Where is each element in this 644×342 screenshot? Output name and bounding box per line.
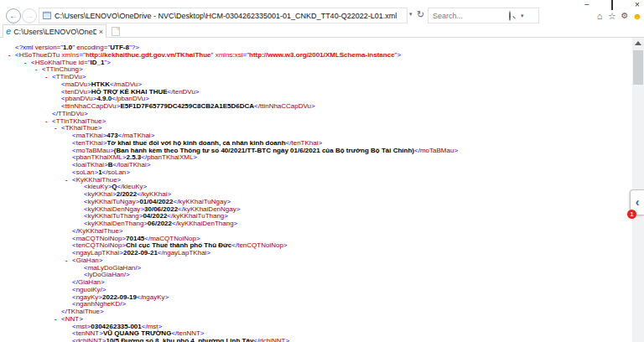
xml-token: maDVu (116, 80, 138, 88)
xml-token: http://kekhaithue.gdt.gov.vn/TKhaiThue (86, 51, 211, 59)
xml-token: =" (243, 51, 250, 59)
xml-token: kyKKhai (88, 190, 112, 198)
xml-token: > (145, 95, 149, 102)
xml-token: > (147, 161, 151, 168)
xml-token: HSoThueDTu (19, 51, 60, 59)
xml-token: > (98, 124, 102, 132)
maximize-button[interactable] (604, 0, 621, 11)
new-tab-button[interactable] (112, 27, 120, 36)
search-placeholder: Search... (433, 12, 463, 20)
xml-token: </ (102, 168, 108, 176)
collapse-marker[interactable]: - (35, 66, 42, 74)
xml-token: 2022-09-21 (123, 249, 158, 256)
xml-token: > (311, 102, 315, 110)
xml-token: > (79, 65, 83, 73)
xml-token: kyKKhaiDenNgay (184, 205, 236, 213)
xml-token: mst (148, 323, 158, 330)
xml-line: -<TTinChung> (0, 66, 632, 74)
scroll-up-button[interactable] (632, 38, 644, 49)
xml-token: > (165, 293, 169, 301)
xml-token: UTF-8 (110, 44, 129, 51)
scrollbar-thumb[interactable] (633, 50, 643, 85)
address-dropdown-icon[interactable]: ▾ (409, 11, 413, 18)
xml-token: 2.5.3 (127, 153, 142, 161)
xml-token: mst (76, 323, 87, 330)
minimize-button[interactable]: − (579, 0, 595, 11)
collapse-marker[interactable]: - (24, 60, 31, 67)
back-button[interactable]: ← (6, 8, 21, 23)
xml-token: 10/5 Đường số 8, khu phố 4, phường Linh … (106, 337, 253, 342)
xml-token: ngayKy (143, 293, 165, 301)
notification-flyout[interactable]: ‹ 1 (630, 189, 644, 215)
xml-token: /> (135, 264, 141, 272)
scroll-up-icon (635, 41, 641, 45)
home-button[interactable]: ⌂ (594, 10, 605, 22)
forward-button[interactable]: → (22, 8, 37, 23)
xml-token: > (283, 241, 288, 249)
xml-token: TKhaiThue (65, 124, 98, 132)
xml-token: > (138, 80, 142, 88)
xml-token: soLan (76, 168, 95, 176)
xml-token: > (196, 235, 200, 242)
xml-token: ngayLapTKhai (164, 249, 207, 256)
chevron-left-icon: ‹ (636, 195, 640, 209)
favorites-button[interactable]: ☆ (606, 10, 618, 22)
xml-token: pbanDVu (65, 95, 93, 102)
collapse-marker[interactable]: - (45, 74, 52, 81)
xml-token: maTKhai (76, 132, 103, 139)
collapse-marker[interactable]: - (55, 125, 61, 132)
xml-token: </ (61, 308, 67, 315)
xml-token: maTKhai (124, 132, 151, 139)
xml-token: http://www.w3.org/2001/XMLSchema-instanc… (249, 51, 395, 59)
xml-token: kyKKhai (143, 190, 167, 198)
search-icon[interactable] (509, 12, 515, 18)
xml-token: </ (172, 220, 178, 227)
xml-token: =" (79, 51, 86, 59)
search-dropdown-icon[interactable]: ▾ (521, 13, 524, 19)
xml-token: =" (57, 44, 64, 51)
xml-token: 2022-09-19 (102, 293, 137, 301)
xml-token: HỖ TRỢ KÊ KHAI THUẾ (91, 88, 168, 96)
xml-token: </ (178, 205, 184, 213)
xml-token: /> (124, 271, 130, 278)
collapse-marker[interactable]: - (55, 316, 61, 324)
xml-token: maLyDoGiaHan (88, 264, 136, 272)
collapse-marker[interactable]: - (65, 177, 72, 184)
feedback-button[interactable]: ☻ (631, 10, 643, 22)
ie-logo-icon: e (6, 27, 11, 36)
maximize-icon (611, 0, 613, 10)
collapse-marker[interactable]: - (45, 118, 52, 126)
xml-token: encoding (75, 44, 104, 51)
xml-token: > (79, 315, 83, 323)
collapse-marker[interactable]: - (65, 257, 72, 265)
xml-token: > (99, 256, 103, 264)
xml-token: > (397, 51, 401, 59)
settings-button[interactable]: ⚙ (619, 10, 631, 22)
xml-token: </ (137, 293, 143, 301)
xml-token: > (206, 249, 210, 256)
xml-token: 473 (106, 132, 117, 139)
xml-token: kieuKy (123, 183, 143, 190)
xml-token: > (101, 278, 105, 286)
xml-token: > (126, 168, 130, 176)
browser-tab[interactable]: e C:\Users\LENOVO\OneDriv... × (3, 24, 106, 38)
xml-line: <ttinNhaCCapDVu>E5F1D7F65779DC4259C8CB2A… (0, 103, 632, 111)
search-input[interactable]: Search... ▾ (428, 8, 539, 23)
close-window-button[interactable]: × (629, 0, 644, 11)
xml-token: (Ban hành kèm theo Thông tư số 40/2021/T… (114, 147, 414, 154)
tab-close-icon[interactable]: × (99, 28, 103, 36)
xml-token: 4.9.0 (96, 95, 112, 102)
xml-line: </TKhaiThue> (0, 308, 632, 316)
xml-token: </ (117, 183, 123, 190)
gear-icon: ⚙ (621, 11, 629, 20)
xml-token: TTinChung (46, 65, 79, 73)
xml-token: VŨ QUANG TRƯỜNG (103, 329, 171, 337)
collapse-marker[interactable]: - (8, 52, 15, 60)
refresh-icon[interactable]: ↻ (417, 9, 424, 20)
xml-token: soLan (108, 168, 127, 176)
address-url[interactable]: C:\Users\LENOVO\OneDrive - NVC\Desktop\H… (55, 12, 397, 20)
xml-token: kyKKhaiDenThang (88, 220, 144, 227)
xml-token: > (454, 147, 458, 154)
address-bar[interactable]: C:\Users\LENOVO\OneDrive - NVC\Desktop\H… (39, 8, 408, 23)
xml-token: > (318, 139, 322, 147)
